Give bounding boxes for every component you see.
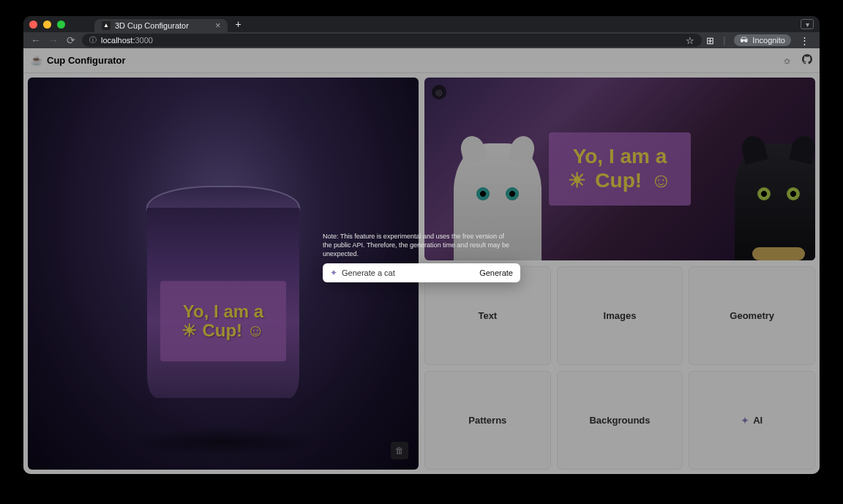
- prompt-input[interactable]: [342, 268, 475, 277]
- generate-button[interactable]: Generate: [479, 268, 513, 277]
- incognito-icon: 🕶: [740, 36, 748, 45]
- nav-reload-icon[interactable]: ⟳: [64, 34, 78, 46]
- window-close-button[interactable]: [29, 20, 37, 29]
- tab-close-icon[interactable]: ×: [215, 20, 221, 31]
- modal-input-box: ✦ Generate: [323, 263, 520, 282]
- app-root: ☕ Cup Configurator ☼ Yo, I am a: [23, 48, 820, 474]
- incognito-badge[interactable]: 🕶 Incognito: [734, 34, 791, 46]
- window-controls: [29, 20, 65, 29]
- modal-overlay[interactable]: Note: This feature is experimental and u…: [23, 48, 820, 474]
- nav-back-icon[interactable]: ←: [29, 34, 42, 46]
- browser-window: ▲ 3D Cup Configurator × + ▾ ← → ⟳ ⓘ loca…: [23, 16, 820, 474]
- window-minimize-button[interactable]: [43, 20, 51, 29]
- new-tab-button[interactable]: +: [235, 18, 241, 30]
- ai-generate-modal: Note: This feature is experimental and u…: [323, 233, 520, 282]
- address-bar: ← → ⟳ ⓘ localhost:3000 ☆ ⊞ | 🕶 Incognito…: [23, 32, 820, 48]
- browser-tab[interactable]: ▲ 3D Cup Configurator ×: [94, 19, 228, 32]
- tab-title: 3D Cup Configurator: [115, 21, 189, 30]
- window-maximize-button[interactable]: [57, 20, 65, 29]
- sparkle-icon: ✦: [330, 268, 337, 278]
- extensions-icon[interactable]: ⊞: [706, 35, 714, 46]
- browser-menu-icon[interactable]: ⋮: [800, 35, 809, 46]
- site-info-icon[interactable]: ⓘ: [89, 35, 97, 45]
- url-port: 3000: [135, 36, 152, 45]
- url-host: localhost:: [101, 36, 135, 45]
- tab-bar: ▲ 3D Cup Configurator × + ▾: [23, 16, 820, 32]
- bookmark-star-icon[interactable]: ☆: [686, 35, 694, 46]
- tab-favicon-icon: ▲: [102, 21, 110, 30]
- nav-forward-icon[interactable]: →: [47, 34, 60, 46]
- tab-dropdown-icon[interactable]: ▾: [801, 19, 814, 29]
- incognito-label: Incognito: [752, 36, 785, 45]
- modal-note-text: Note: This feature is experimental and u…: [323, 233, 513, 258]
- url-input[interactable]: ⓘ localhost:3000 ☆: [82, 34, 702, 47]
